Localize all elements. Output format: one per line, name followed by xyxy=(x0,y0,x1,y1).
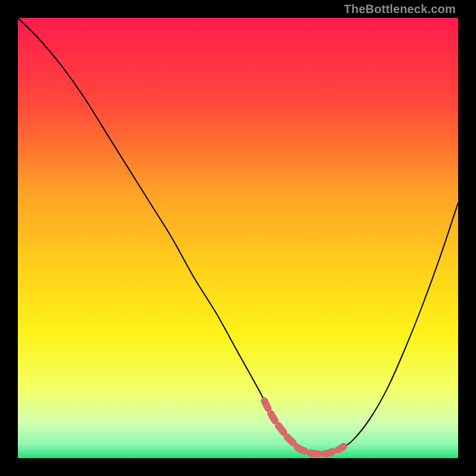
curve-layer xyxy=(18,18,458,458)
bottleneck-curve xyxy=(18,18,458,455)
watermark-text: TheBottleneck.com xyxy=(344,2,456,16)
bottleneck-region-mark xyxy=(264,401,343,454)
plot-area xyxy=(18,18,458,458)
chart-frame: TheBottleneck.com xyxy=(0,0,476,476)
